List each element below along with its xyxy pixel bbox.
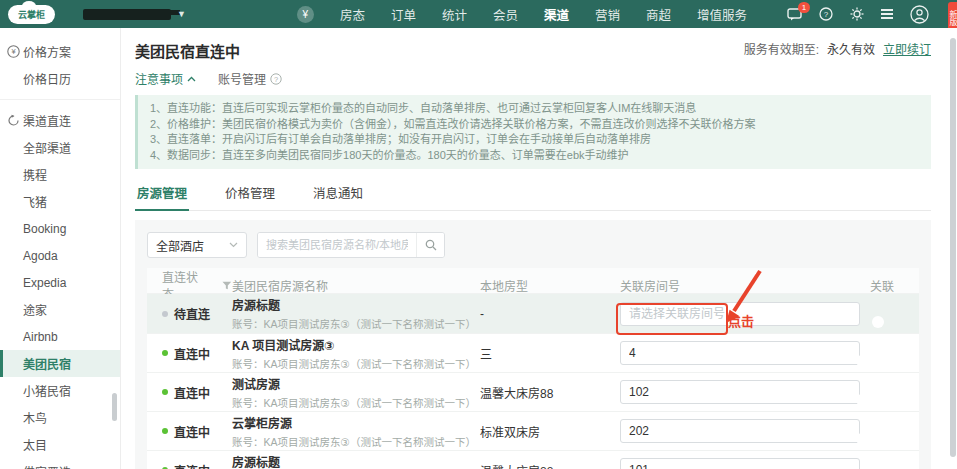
- status-dot-connected: [162, 389, 168, 395]
- table-row: 直连中 云掌柜房源 账号：KA项目测试房东③（测试一下名称测试一下） 标准双床房: [147, 412, 919, 451]
- table-header: 直连状态 美团民宿房源名称 本地房型 关联房间号 关联: [147, 268, 919, 294]
- navbar-icons: 1 ?: [787, 5, 929, 24]
- status-badge: 直连中: [162, 345, 232, 362]
- sidebar-item-all-channels[interactable]: 全部渠道: [0, 134, 120, 161]
- svg-text:?: ?: [824, 10, 829, 19]
- page-scrollbar[interactable]: [950, 30, 956, 467]
- sidebar-scrollbar-thumb[interactable]: [112, 393, 117, 421]
- col-link: 关联: [870, 277, 919, 294]
- room-account: 账号：KA项目测试房东③（测试一下名称测试一下）: [232, 316, 480, 331]
- info-circle-icon: ?: [270, 73, 282, 85]
- sidebar-item-ctrip[interactable]: 携程: [0, 161, 120, 188]
- toggle-knob: [872, 316, 884, 328]
- logo-text: 云掌柜: [18, 10, 45, 20]
- search-button[interactable]: [416, 233, 444, 257]
- currency-icon[interactable]: ¥: [297, 6, 314, 23]
- tab-price-management[interactable]: 价格管理: [223, 178, 277, 211]
- table-row: 直连中 KA 项目测试房源③ 账号：KA项目测试房东③（测试一下名称测试一下） …: [147, 334, 919, 373]
- service-validity: 服务有效期至: 永久有效 立即续订: [744, 40, 931, 57]
- sidebar-item-expedia[interactable]: Expedia: [0, 269, 120, 296]
- sidebar-item-airbnb[interactable]: Airbnb: [0, 323, 120, 350]
- nav-item-value-added[interactable]: 增值服务: [697, 5, 747, 24]
- col-local-room: 本地房型: [480, 277, 620, 294]
- linked-room-input[interactable]: [620, 341, 860, 365]
- renew-link[interactable]: 立即续订: [883, 40, 931, 57]
- nav-item-statistics[interactable]: 统计: [442, 5, 467, 24]
- status-badge: 待直连: [162, 305, 232, 322]
- sidebar-divider: [0, 99, 120, 100]
- room-account: 账号：KA项目测试房东③（测试一下名称测试一下）: [232, 395, 480, 410]
- linked-room-input[interactable]: [620, 380, 860, 404]
- notice-line-2: 2、价格维护：美团民宿价格模式为卖价（含佣金），如需直连改价请选择关联价格方案，…: [150, 117, 919, 133]
- search-icon: [425, 239, 437, 251]
- sidebar-item-muniao[interactable]: 木鸟: [0, 404, 120, 431]
- gear-icon[interactable]: [850, 7, 864, 21]
- room-account: 账号：KA项目测试房东③（测试一下名称测试一下）: [232, 434, 480, 449]
- hamburger-menu-icon[interactable]: [881, 9, 893, 19]
- sidebar-item-label: 渠道直连: [23, 112, 71, 129]
- notice-line-4: 4、数据同步：直连至多向美团民宿同步180天的价量态。180天的价量态、订单需要…: [150, 148, 919, 164]
- toggle-knob: [856, 355, 868, 367]
- local-room-type: -: [480, 307, 620, 321]
- tab-room-management[interactable]: 房源管理: [135, 178, 189, 211]
- status-dot-connected: [162, 428, 168, 434]
- linked-room-input[interactable]: [620, 419, 860, 443]
- sidebar-item-taimu[interactable]: 太目: [0, 431, 120, 458]
- room-account: 账号：KA项目测试房东③（测试一下名称测试一下）: [232, 356, 480, 371]
- tab-message-notice[interactable]: 消息通知: [311, 178, 365, 211]
- sidebar-item-label: 价格日历: [23, 70, 71, 87]
- sidebar: ¥ 价格方案 价格日历 渠道直连 全部渠道 携程 飞猪 Booking Agod…: [0, 28, 121, 469]
- nav-item-mall[interactable]: 商超: [646, 5, 671, 24]
- sidebar-item-label: 价格方案: [23, 43, 71, 60]
- sidebar-item-meituan-minsu[interactable]: 美团民宿: [0, 350, 120, 377]
- sidebar-item-price-calendar[interactable]: 价格日历: [0, 65, 120, 92]
- page-title: 美团民宿直连中: [135, 40, 240, 61]
- sidebar-item-channel-direct[interactable]: 渠道直连: [0, 107, 120, 134]
- table-row: 直连中 测试房源 账号：KA项目测试房东③（测试一下名称测试一下） 温馨大床房8…: [147, 373, 919, 412]
- top-navbar: 云掌柜 ▼ ¥ 房态 订单 统计 会员 渠道 营销 商超 增值服务 1 ?: [0, 0, 957, 28]
- svg-text:?: ?: [274, 75, 278, 84]
- main-content: 美团民宿直连中 服务有效期至: 永久有效 立即续订 注意事项 账号管理 ? 1、…: [122, 28, 957, 469]
- sidebar-item-agoda[interactable]: Agoda: [0, 242, 120, 269]
- help-icon[interactable]: ?: [819, 7, 833, 21]
- sidebar-item-tujia[interactable]: 途家: [0, 296, 120, 323]
- app-root: 云掌柜 ▼ ¥ 房态 订单 统计 会员 渠道 营销 商超 增值服务 1 ?: [0, 0, 957, 469]
- sidebar-item-price-plan[interactable]: ¥ 价格方案: [0, 38, 120, 65]
- nav-item-channels[interactable]: 渠道: [544, 5, 569, 24]
- search-box: [257, 232, 445, 258]
- local-room-type: 三: [480, 345, 620, 362]
- avatar[interactable]: [910, 5, 929, 24]
- nav-item-marketing[interactable]: 营销: [595, 5, 620, 24]
- notice-toggle-link[interactable]: 注意事项: [135, 70, 196, 87]
- service-validity-value: 永久有效: [827, 40, 875, 57]
- sidebar-item-booking[interactable]: Booking: [0, 215, 120, 242]
- main-nav: 房态 订单 统计 会员 渠道 营销 商超 增值服务: [340, 5, 747, 24]
- sidebar-item-xiaozhu-minsu[interactable]: 小猪民宿: [0, 377, 120, 404]
- property-selector[interactable]: ▼: [83, 9, 186, 20]
- notice-line-3: 3、直连落单：开启闪订后有订单会自动落单排房；如没有开启闪订，订单会在手动接单后…: [150, 132, 919, 148]
- account-management-link[interactable]: 账号管理 ?: [218, 70, 282, 87]
- redacted-property-name: [83, 9, 171, 20]
- linked-room-input[interactable]: [620, 458, 860, 469]
- sidebar-item-fliggy[interactable]: 飞猪: [0, 188, 120, 215]
- nav-item-orders[interactable]: 订单: [391, 5, 416, 24]
- nav-item-room-status[interactable]: 房态: [340, 5, 365, 24]
- room-name: 测试房源: [232, 375, 480, 392]
- rooms-table: 直连状态 美团民宿房源名称 本地房型 关联房间号 关联 待直连 房源标题: [147, 268, 919, 469]
- room-name: KA 项目测试房源③: [232, 336, 480, 353]
- nav-item-members[interactable]: 会员: [493, 5, 518, 24]
- hotel-select[interactable]: 全部酒店: [147, 232, 247, 258]
- col-linked-room: 关联房间号: [620, 277, 870, 294]
- channel-direct-icon: [7, 114, 20, 130]
- app-logo[interactable]: 云掌柜: [8, 5, 55, 24]
- search-input[interactable]: [258, 233, 416, 257]
- status-dot-pending: [162, 311, 168, 317]
- filter-funnel-icon[interactable]: [222, 281, 232, 290]
- message-icon[interactable]: 1: [787, 8, 802, 21]
- page-scrollbar-thumb[interactable]: [950, 38, 956, 457]
- toggle-knob: [856, 433, 868, 445]
- sidebar-item-jiesu-yanxuan[interactable]: 借宿严选: [0, 458, 120, 469]
- status-badge: 直连中: [162, 462, 232, 469]
- room-name: 云掌柜房源: [232, 414, 480, 431]
- chevron-up-icon: [187, 76, 196, 82]
